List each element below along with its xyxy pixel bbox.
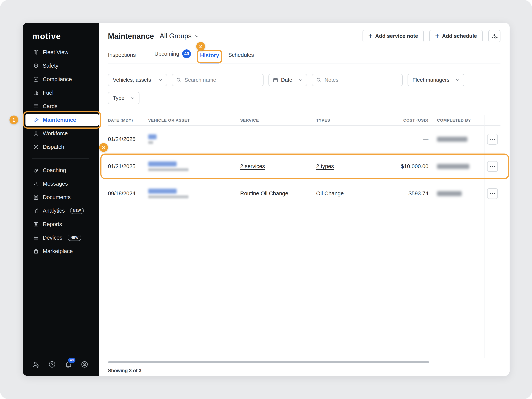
motive-logo: motive [23,23,99,41]
coaching-icon [33,167,39,173]
callout-1: 1 [10,115,18,124]
table-row-highlighted[interactable]: 01/21/2025 2 services 2 types $10,000.00 [108,153,500,180]
tab-inspections[interactable]: Inspections [108,52,136,63]
notification-count-badge: 40 [67,357,76,364]
tab-upcoming[interactable]: Upcoming 40 [154,49,191,63]
cell-cost: — [381,136,428,142]
sidebar: motive Fleet View Safety Compliance Fuel [23,23,99,376]
tab-separator [145,52,145,58]
tab-schedules[interactable]: Schedules [228,52,254,63]
manage-users-button[interactable] [488,30,500,42]
admin-settings-button[interactable] [32,361,40,368]
sidebar-item-documents[interactable]: Documents [23,190,99,204]
maintenance-icon [33,117,39,123]
redacted-vehicle-link [148,162,177,166]
column-header-date: DATE (MDY) [108,118,148,123]
redacted-vehicle-link [148,134,157,139]
fleet-managers-filter[interactable]: Fleet managers [408,74,464,86]
date-filter[interactable]: Date [268,74,307,86]
sidebar-item-marketplace[interactable]: Marketplace [23,245,99,258]
tab-history[interactable]: History 2 [200,52,219,63]
redacted-vehicle-subtext [148,168,189,171]
sidebar-item-analytics[interactable]: Analytics NEW [23,204,99,218]
vehicles-assets-filter[interactable]: Vehicles, assets [108,74,167,86]
notes-field [312,74,403,86]
marketplace-icon [33,248,39,254]
column-header-types: TYPES [316,118,381,123]
sidebar-item-maintenance[interactable]: Maintenance 1 [25,114,99,126]
cell-completed-by [428,191,484,196]
cell-types: Oil Change [316,190,381,197]
cell-completed-by [428,164,484,169]
sidebar-item-fleet-view[interactable]: Fleet View [23,46,99,59]
sidebar-item-fuel[interactable]: Fuel [23,86,99,100]
history-table: DATE (MDY) VEHICLE OR ASSET SERVICE TYPE… [108,115,500,358]
person-gear-icon [32,361,40,368]
new-badge: NEW [68,235,81,241]
sidebar-menu: Fleet View Safety Compliance Fuel Cards [23,46,99,258]
cell-vehicle[interactable] [148,162,240,171]
documents-icon [33,194,39,200]
cell-date: 01/24/2025 [108,136,148,142]
cell-cost: $10,000.00 [381,163,428,170]
analytics-icon [33,208,39,214]
types-link[interactable]: 2 types [316,163,334,169]
redacted-vehicle-subtext [148,195,189,198]
cell-date: 09/18/2024 [108,190,148,197]
search-name-field [172,74,264,86]
messages-icon [33,181,39,187]
page-title: Maintenance [108,32,154,40]
more-actions-button[interactable] [487,188,498,199]
services-link[interactable]: 2 services [240,163,265,169]
filters-row-2: Type [108,92,500,104]
sidebar-item-coaching[interactable]: Coaching [23,164,99,177]
sidebar-item-safety[interactable]: Safety [23,59,99,73]
chevron-down-icon [298,77,303,82]
cell-completed-by [428,137,484,142]
shield-icon [33,63,39,69]
notifications-button[interactable]: 40 [64,361,72,368]
type-filter[interactable]: Type [108,92,139,104]
column-header-vehicle: VEHICLE OR ASSET [148,118,240,123]
cell-vehicle[interactable] [148,189,240,198]
sidebar-item-dispatch[interactable]: Dispatch [23,140,99,154]
callout-3: 3 [99,143,108,152]
fuel-icon [33,90,39,96]
sidebar-item-messages[interactable]: Messages [23,177,99,190]
cell-cost: $593.74 [381,190,428,197]
question-icon [48,361,56,368]
group-selector[interactable]: All Groups [160,32,200,40]
help-button[interactable] [48,361,56,368]
horizontal-scrollbar[interactable] [108,361,429,363]
sidebar-item-compliance[interactable]: Compliance [23,73,99,86]
new-badge: NEW [70,208,84,214]
search-name-input[interactable] [172,74,264,86]
dispatch-icon [33,144,39,150]
add-schedule-button[interactable]: + Add schedule [429,30,483,42]
callout-2: 2 [196,42,205,51]
notes-input[interactable] [312,74,403,86]
account-button[interactable] [81,361,89,368]
cell-vehicle[interactable] [148,134,240,144]
more-actions-button[interactable] [487,134,498,145]
add-service-note-button[interactable]: + Add service note [362,30,424,42]
sidebar-item-devices[interactable]: Devices NEW [23,231,99,245]
cell-actions [484,134,500,145]
chevron-down-icon [158,77,163,82]
sidebar-item-cards[interactable]: Cards [23,100,99,113]
table-row[interactable]: 09/18/2024 Routine Oil Change Oil Change… [108,180,500,207]
table-row[interactable]: 01/24/2025 — [108,126,500,153]
filters-row-1: Vehicles, assets Date Fleet man [108,74,500,86]
cell-actions [484,161,500,172]
user-circle-icon [81,361,89,368]
sidebar-item-workforce[interactable]: Workforce [23,127,99,140]
redacted-vehicle-link [148,189,177,194]
table-header-row: DATE (MDY) VEHICLE OR ASSET SERVICE TYPE… [108,115,500,126]
more-actions-button[interactable] [487,161,498,172]
column-header-service: SERVICE [240,118,316,123]
cell-actions [484,188,500,199]
screenshot-canvas: motive Fleet View Safety Compliance Fuel [0,0,532,399]
cards-icon [33,103,39,109]
column-header-completed-by: COMPLETED BY [428,118,484,123]
sidebar-item-reports[interactable]: Reports [23,218,99,231]
